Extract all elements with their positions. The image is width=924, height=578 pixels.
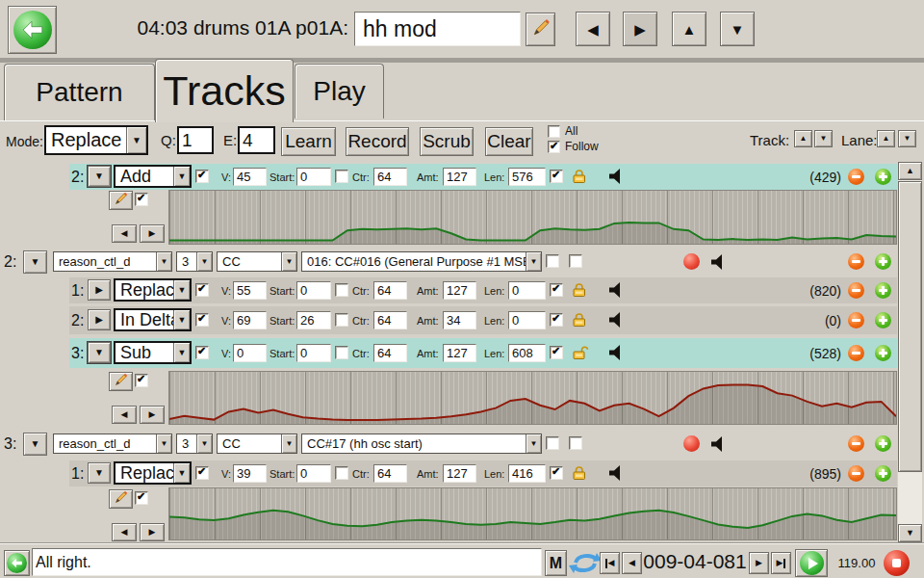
lane-collapse-button[interactable]: ▼ (88, 462, 111, 484)
v-input[interactable] (233, 344, 267, 362)
wave-edit-checkbox[interactable] (135, 374, 148, 387)
wave-edit-checkbox[interactable] (135, 193, 148, 206)
lane-enable-checkbox[interactable] (195, 313, 209, 327)
track-collapse-button[interactable]: ▼ (23, 433, 47, 456)
clear-button[interactable]: Clear (485, 127, 533, 156)
midi-port-select[interactable]: reason_ctl_d ▼ (53, 434, 172, 454)
play-button[interactable] (795, 549, 828, 577)
add-track-button[interactable] (875, 253, 891, 270)
chevron-down-icon[interactable]: ▼ (126, 127, 146, 153)
start-checkbox[interactable] (335, 170, 348, 183)
scroll-left-button[interactable]: ◀ (112, 224, 137, 243)
lock-icon[interactable] (572, 312, 587, 330)
speaker-icon[interactable] (608, 464, 626, 485)
cc-param-select[interactable]: CC#17 (hh osc start) ▼ (301, 434, 542, 454)
len-checkbox[interactable] (550, 170, 563, 183)
vertical-scrollbar[interactable]: ▲ ▼ (898, 162, 922, 542)
tab-pattern[interactable]: Pattern (4, 64, 155, 120)
e-input[interactable] (238, 126, 275, 154)
event-type-select[interactable]: CC ▼ (217, 251, 297, 272)
chevron-down-icon[interactable]: ▼ (196, 252, 212, 271)
start-input[interactable] (296, 464, 331, 483)
chevron-down-icon[interactable]: ▼ (526, 434, 541, 453)
remove-lane-button[interactable] (848, 282, 864, 299)
lane-mode-select[interactable]: Sub ▼ (114, 341, 192, 364)
remove-lane-button[interactable] (848, 169, 864, 185)
midi-channel-select[interactable]: 3 ▼ (176, 434, 213, 454)
scroll-right-button[interactable]: ▶ (140, 523, 165, 541)
chevron-down-icon[interactable]: ▼ (173, 310, 190, 329)
mode-select[interactable]: Replace ▼ (44, 125, 148, 155)
chevron-down-icon[interactable]: ▼ (173, 167, 190, 186)
remove-lane-button[interactable] (848, 345, 864, 361)
learn-button[interactable]: Learn (281, 127, 336, 156)
lane-up-button[interactable]: ▲ (877, 130, 895, 147)
draw-tool-button[interactable] (109, 372, 133, 391)
chevron-down-icon[interactable]: ▼ (173, 463, 190, 483)
next-pattern-button[interactable]: ▶ (623, 12, 657, 46)
sync-loop-icon[interactable] (569, 550, 602, 578)
speaker-icon[interactable] (608, 281, 626, 302)
start-checkbox[interactable] (335, 346, 348, 359)
prev-pattern-button[interactable]: ◀ (576, 12, 610, 46)
lane-enable-checkbox[interactable] (195, 283, 209, 297)
lane-mode-select[interactable]: Replace ▼ (114, 278, 192, 302)
v-input[interactable] (233, 311, 267, 329)
amt-input[interactable] (443, 281, 476, 300)
lane-mode-select[interactable]: Replace ▼ (114, 461, 192, 485)
ctr-input[interactable] (373, 281, 407, 300)
speaker-icon[interactable] (710, 253, 728, 274)
start-input[interactable] (296, 168, 331, 186)
track-checkbox-1[interactable] (546, 436, 559, 450)
cc-param-select[interactable]: 016: CC#016 (General Purpose #1 MSB) ▼ (301, 251, 542, 272)
ctr-input[interactable] (373, 168, 407, 186)
len-input[interactable] (508, 311, 546, 329)
lock-open-icon[interactable] (572, 345, 589, 363)
metronome-button[interactable]: M (545, 550, 567, 576)
remove-track-button[interactable] (848, 435, 864, 452)
len-checkbox[interactable] (550, 346, 563, 359)
chevron-down-icon[interactable]: ▼ (281, 252, 296, 271)
wave-edit-checkbox[interactable] (135, 491, 148, 505)
amt-input[interactable] (443, 344, 476, 362)
lane-down-button[interactable]: ▼ (898, 130, 916, 147)
lock-icon[interactable] (572, 169, 587, 187)
lock-icon[interactable] (572, 282, 587, 301)
track-checkbox-2[interactable] (569, 254, 582, 268)
tab-play[interactable]: Play (295, 64, 384, 118)
track-up-button[interactable]: ▲ (794, 130, 812, 147)
pattern-name-input[interactable] (354, 12, 521, 46)
lane-mode-select[interactable]: Add ▼ (114, 165, 192, 188)
start-input[interactable] (296, 311, 331, 329)
undo-back-button[interactable] (4, 550, 30, 576)
chevron-down-icon[interactable]: ▼ (156, 434, 171, 453)
go-to-start-button[interactable]: ◀ (600, 552, 620, 574)
add-lane-button[interactable] (875, 345, 891, 361)
lane-enable-checkbox[interactable] (195, 170, 209, 183)
start-input[interactable] (296, 281, 331, 300)
speaker-icon[interactable] (608, 311, 626, 331)
scroll-right-button[interactable]: ▶ (140, 406, 165, 424)
len-input[interactable] (508, 281, 546, 300)
midi-channel-select[interactable]: 3 ▼ (176, 251, 213, 272)
scrollbar-down-button[interactable]: ▼ (898, 524, 922, 542)
lane-collapse-button[interactable]: ▼ (88, 342, 111, 363)
step-forward-button[interactable]: ▶ (749, 552, 769, 574)
chevron-down-icon[interactable]: ▼ (173, 280, 190, 300)
len-checkbox[interactable] (550, 283, 563, 297)
scroll-right-button[interactable]: ▶ (140, 224, 165, 243)
start-checkbox[interactable] (335, 466, 348, 480)
track-collapse-button[interactable]: ▼ (23, 250, 47, 274)
chevron-down-icon[interactable]: ▼ (156, 252, 171, 271)
scrollbar-thumb[interactable] (898, 181, 922, 472)
remove-lane-button[interactable] (848, 312, 864, 328)
amt-input[interactable] (443, 464, 476, 483)
draw-tool-button[interactable] (109, 489, 133, 509)
start-checkbox[interactable] (335, 283, 348, 297)
lane-collapse-button[interactable]: ▼ (88, 166, 111, 187)
lane-expand-button[interactable]: ▶ (88, 309, 111, 330)
record-arm-icon[interactable] (683, 435, 700, 452)
len-input[interactable] (508, 344, 546, 362)
stop-button[interactable] (884, 550, 910, 576)
draw-tool-button[interactable] (109, 191, 133, 210)
